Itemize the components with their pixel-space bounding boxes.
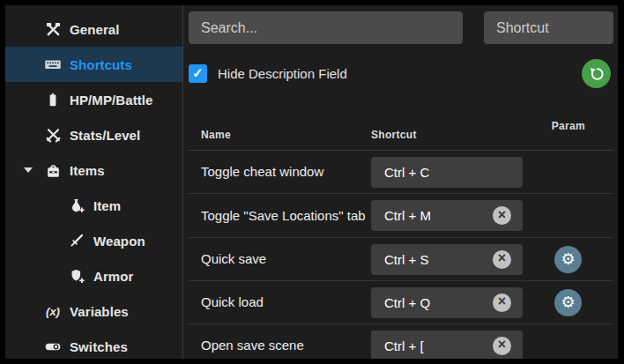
chevron-down-icon[interactable] bbox=[24, 167, 33, 173]
column-header-name: Name bbox=[201, 129, 231, 141]
sidebar-item-switches[interactable]: Switches bbox=[5, 329, 182, 359]
shortcut-name: Quick load bbox=[189, 294, 371, 310]
sidebar-item-label: Weapon bbox=[93, 234, 145, 249]
sidebar-item-general[interactable]: General bbox=[5, 11, 182, 47]
shortcut-filter-input[interactable] bbox=[484, 11, 613, 44]
shortcut-value: Ctrl + M bbox=[371, 208, 431, 223]
shortcut-value: Ctrl + S bbox=[371, 252, 428, 267]
search-input[interactable] bbox=[189, 11, 463, 44]
armor-plus-icon bbox=[68, 267, 85, 285]
sidebar-item-hp-mp-battle[interactable]: HP/MP/Battle bbox=[5, 82, 182, 117]
sidebar-item-label: Item bbox=[93, 198, 121, 213]
shortcut-value: Ctrl + C bbox=[371, 165, 429, 180]
battery-icon bbox=[44, 91, 62, 108]
shortcut-name: Toggle cheat window bbox=[189, 164, 371, 180]
shortcut-field[interactable]: Ctrl + M bbox=[371, 200, 523, 231]
sidebar-item-label: HP/MP/Battle bbox=[70, 93, 153, 108]
table-header: Name Shortcut Param bbox=[189, 113, 613, 151]
sidebar-item-label: Switches bbox=[70, 339, 128, 354]
param-gear-button[interactable] bbox=[554, 289, 582, 316]
table-row: Quick load Ctrl + Q bbox=[189, 281, 613, 324]
sidebar-item-label: General bbox=[70, 22, 120, 37]
shortcut-field[interactable]: Ctrl + [ bbox=[371, 331, 523, 360]
table-row: Toggle cheat window Ctrl + C bbox=[189, 151, 613, 194]
reset-shortcuts-button[interactable] bbox=[582, 59, 611, 88]
shortcuts-table: Name Shortcut Param Toggle cheat window … bbox=[189, 113, 613, 359]
sidebar-item-label: Armor bbox=[93, 269, 134, 284]
sword-icon bbox=[68, 232, 85, 249]
sidebar: General Shortcuts HP/MP/Battle bbox=[5, 5, 182, 359]
param-cell bbox=[523, 289, 613, 316]
shortcut-field[interactable]: Ctrl + Q bbox=[371, 287, 523, 318]
table-row: Quick save Ctrl + S bbox=[189, 238, 613, 281]
shortcut-name: Open save scene bbox=[189, 338, 371, 353]
hide-description-checkbox[interactable] bbox=[189, 64, 207, 83]
clear-shortcut-button[interactable] bbox=[493, 337, 511, 355]
sidebar-item-stats-level[interactable]: Stats/Level bbox=[5, 117, 182, 152]
clear-shortcut-button[interactable] bbox=[493, 250, 511, 269]
shortcut-name: Quick save bbox=[189, 251, 371, 267]
crossed-swords-icon bbox=[44, 126, 62, 144]
backpack-icon bbox=[44, 161, 62, 179]
shortcut-field[interactable]: Ctrl + S bbox=[371, 244, 523, 275]
table-row: Toggle "Save Locations" tab Ctrl + M bbox=[189, 194, 613, 238]
shortcut-name: Toggle "Save Locations" tab bbox=[189, 208, 371, 224]
variables-icon: (x) bbox=[44, 302, 62, 320]
sidebar-item-label: Items bbox=[70, 163, 105, 178]
param-cell bbox=[523, 246, 613, 273]
keyboard-icon bbox=[44, 56, 62, 73]
clear-shortcut-button[interactable] bbox=[493, 206, 511, 225]
hide-description-label: Hide Description Field bbox=[218, 66, 347, 81]
sidebar-item-label: Variables bbox=[70, 304, 129, 319]
shortcut-field[interactable]: Ctrl + C bbox=[371, 157, 523, 188]
restore-icon bbox=[588, 65, 605, 83]
sidebar-item-shortcuts[interactable]: Shortcuts bbox=[5, 47, 182, 82]
flask-plus-icon bbox=[68, 197, 85, 214]
sidebar-item-armor[interactable]: Armor bbox=[5, 258, 182, 293]
shortcut-value: Ctrl + [ bbox=[371, 338, 424, 353]
sidebar-item-label: Stats/Level bbox=[70, 128, 140, 143]
clear-shortcut-button[interactable] bbox=[493, 293, 511, 312]
sidebar-item-item[interactable]: Item bbox=[5, 188, 182, 223]
param-gear-button[interactable] bbox=[554, 246, 582, 273]
sidebar-item-items[interactable]: Items bbox=[5, 152, 182, 188]
sidebar-item-weapon[interactable]: Weapon bbox=[5, 223, 182, 258]
sidebar-item-variables[interactable]: (x) Variables bbox=[5, 293, 182, 329]
main-panel: Hide Description Field Name Shortcut Par… bbox=[182, 5, 618, 359]
sidebar-item-label: Shortcuts bbox=[70, 57, 132, 72]
shortcut-value: Ctrl + Q bbox=[371, 295, 430, 310]
table-row: Open save scene Ctrl + [ bbox=[189, 324, 613, 359]
hide-description-row: Hide Description Field bbox=[189, 63, 347, 83]
toggle-icon bbox=[44, 338, 62, 355]
column-header-shortcut: Shortcut bbox=[371, 129, 417, 141]
column-header-param: Param bbox=[552, 120, 585, 132]
hammer-wrench-icon bbox=[44, 20, 62, 38]
